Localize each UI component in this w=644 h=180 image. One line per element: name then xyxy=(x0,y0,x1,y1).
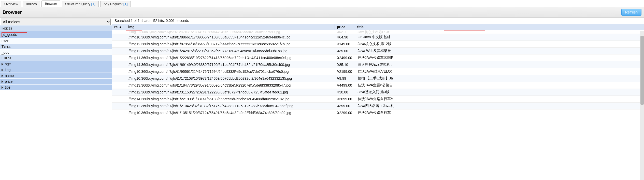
plus-icon: [+] xyxy=(123,2,127,6)
table-row[interactable]: //img10.360buyimg.com/n7/jfs/t1/95561/21… xyxy=(112,68,644,75)
caret-right-icon xyxy=(2,63,3,65)
cell-price: ¥2499.00 xyxy=(335,54,355,61)
col-partial-label: re ▲ xyxy=(114,25,122,29)
cell-price: ¥39.00 xyxy=(335,48,355,54)
cell-img: //img10.360buyimg.com/n7/jfs/t1/128210/1… xyxy=(126,30,335,34)
search-status: Searched 1 of 1 shards. 52 hits. 0.001 s… xyxy=(112,18,644,24)
cell-partial xyxy=(112,82,126,89)
plus-icon: [+] xyxy=(91,2,95,6)
cell-price: ¥62.00 xyxy=(335,30,355,34)
cell-price: ¥9.99 xyxy=(335,75,355,82)
cell-img: //img13.360buyimg.com/n7/jfs/t1/184773/2… xyxy=(126,82,335,89)
table-row[interactable]: //img14.360buyimg.com/n7/jfs/t1/221998/1… xyxy=(112,96,644,103)
cell-partial xyxy=(112,103,126,109)
sidebar: All Indices Indices jd_goods user Types … xyxy=(0,18,112,180)
cell-price: ¥2299.00 xyxy=(335,109,355,116)
cell-partial xyxy=(112,41,126,48)
content-area: Searched 1 of 1 shards. 52 hits. 0.001 s… xyxy=(112,18,644,180)
field-item-img[interactable]: img xyxy=(0,67,112,73)
types-section-header: Types xyxy=(0,44,112,49)
col-img[interactable]: img xyxy=(126,24,335,30)
page-title: Browser xyxy=(3,9,22,15)
cell-title: 佳沃JAVA/佳沃VELO( xyxy=(355,68,644,75)
cell-price: ¥149.00 xyxy=(335,41,355,48)
field-item-price[interactable]: price xyxy=(0,78,112,84)
cell-partial xyxy=(112,30,126,34)
indices-section-header: Indices xyxy=(0,25,112,31)
cell-img: //img10.360buyimg.com/n7/jfs/t1/172108/1… xyxy=(126,75,335,82)
vertical-scrollbar[interactable] xyxy=(640,31,644,180)
cell-price: ¥30.00 xyxy=(335,89,355,96)
cell-price: ¥85.10 xyxy=(335,61,355,68)
cell-title: 拍拍 【二手8成新】Ja xyxy=(355,75,644,82)
cell-title: 佳沃JAVA公路自行车 xyxy=(355,109,644,116)
cell-price: ¥64.90 xyxy=(335,34,355,41)
table-row[interactable]: //img12.360buyimg.com/n7/jfs/t1/210428/3… xyxy=(112,103,644,109)
field-img-label: img xyxy=(5,68,11,72)
tab-any-request[interactable]: Any Request [+] xyxy=(100,1,131,7)
caret-right-icon xyxy=(2,69,3,71)
cell-price: ¥2199.00 xyxy=(335,68,355,75)
col-partial[interactable]: re ▲ xyxy=(112,24,126,30)
index-jd-goods-label: jd_goods xyxy=(2,32,27,37)
cell-img: //img12.360buyimg.com/n7/jfs/t1/31153/27… xyxy=(126,89,335,96)
results-table-wrap[interactable]: re ▲ img price title //img10.360buyimg.c… xyxy=(112,24,644,179)
tab-any-request-label: Any Request xyxy=(104,2,122,6)
cell-title: Java基础入门 第3版 xyxy=(355,89,644,96)
table-row[interactable]: //img12.360buyimg.com/n7/jfs/t1/31153/27… xyxy=(112,89,644,96)
subheader: Browser Refresh xyxy=(0,7,644,18)
field-item-age[interactable]: age xyxy=(0,61,112,67)
field-title-label: title xyxy=(5,85,10,89)
col-price[interactable]: price xyxy=(335,24,355,30)
index-item-user[interactable]: user xyxy=(0,38,112,44)
caret-right-icon xyxy=(2,80,3,83)
tab-bar: Overview Indices Browser Structured Quer… xyxy=(0,0,644,7)
cell-img: //img14.360buyimg.com/n7/jfs/t1/221998/1… xyxy=(126,96,335,103)
table-row[interactable]: //img12.360buyimg.com/n7/jfs/t1/87954/34… xyxy=(112,41,644,48)
tab-indices[interactable]: Indices xyxy=(23,1,40,7)
cell-title: 佳沃JAVA公路自行车钅 xyxy=(355,96,644,103)
cell-title: 佳沃JAVA鱼雷6公路自 xyxy=(355,82,644,89)
cell-title: Java核心技术 卷I：Jt xyxy=(355,30,644,34)
field-item-title[interactable]: title xyxy=(0,84,112,90)
fields-section-header: Fields xyxy=(0,55,112,61)
cell-img: //img12.360buyimg.com/n7/jfs/t1/87954/34… xyxy=(126,41,335,48)
cell-img: //img11.360buyimg.com/n7/jfs/t1/222635/1… xyxy=(126,54,335,61)
cell-partial xyxy=(112,96,126,103)
field-name-label: name xyxy=(5,74,14,78)
cell-img: //img12.360buyimg.com/n7/jfs/t1/210428/3… xyxy=(126,103,335,109)
tab-structured-query[interactable]: Structured Query [+] xyxy=(62,1,99,7)
results-table: re ▲ img price title //img10.360buyimg.c… xyxy=(112,24,644,116)
cell-img: //img14.360buyimg.com/n7/jfs/t1/69149/40… xyxy=(126,61,335,68)
table-row[interactable]: //img10.360buyimg.com/n7/jfs/t1/88661/17… xyxy=(112,34,644,41)
cell-partial xyxy=(112,54,126,61)
refresh-button[interactable]: Refresh xyxy=(621,9,641,16)
cell-price: ¥4499.00 xyxy=(335,82,355,89)
table-row[interactable]: //img11.360buyimg.com/n7/jfs/t1/222635/1… xyxy=(112,54,644,61)
table-row[interactable]: //img14.360buyimg.com/n7/jfs/t1/69149/40… xyxy=(112,61,644,68)
field-item-name[interactable]: name xyxy=(0,73,112,78)
type-item-doc[interactable]: _doc xyxy=(0,49,112,55)
cell-img: //img12.360buyimg.com/n7/jfs/t1/242815/8… xyxy=(126,48,335,54)
table-row[interactable]: //img13.360buyimg.com/n7/jfs/t1/184773/2… xyxy=(112,82,644,89)
table-row[interactable]: //img12.360buyimg.com/n7/jfs/t1/242815/8… xyxy=(112,48,644,54)
index-select[interactable]: All Indices xyxy=(1,19,111,25)
tab-browser[interactable]: Browser xyxy=(41,1,60,7)
cell-img: //img10.360buyimg.com/n7/jfs/t1/88661/17… xyxy=(126,34,335,41)
cell-price: ¥3099.00 xyxy=(335,96,355,103)
cell-partial xyxy=(112,61,126,68)
caret-right-icon xyxy=(2,75,3,77)
scrollbar-thumb[interactable] xyxy=(640,36,644,105)
cell-title: Java四大名著：Java札 xyxy=(355,103,644,109)
table-row[interactable]: //img10.360buyimg.com/n7/jfs/t1/135151/2… xyxy=(112,109,644,116)
table-row[interactable]: //img10.360buyimg.com/n7/jfs/t1/128210/1… xyxy=(112,30,644,34)
caret-right-icon xyxy=(2,86,3,89)
tab-overview[interactable]: Overview xyxy=(1,1,21,7)
tab-structured-query-label: Structured Query xyxy=(65,2,90,6)
cell-partial xyxy=(112,68,126,75)
index-item-jd-goods[interactable]: jd_goods xyxy=(0,31,112,38)
cell-partial xyxy=(112,89,126,96)
table-row[interactable]: //img10.360buyimg.com/n7/jfs/t1/172108/1… xyxy=(112,75,644,82)
col-title[interactable]: title xyxy=(355,24,644,30)
cell-title: On Java 中文版 基础 xyxy=(355,34,644,41)
